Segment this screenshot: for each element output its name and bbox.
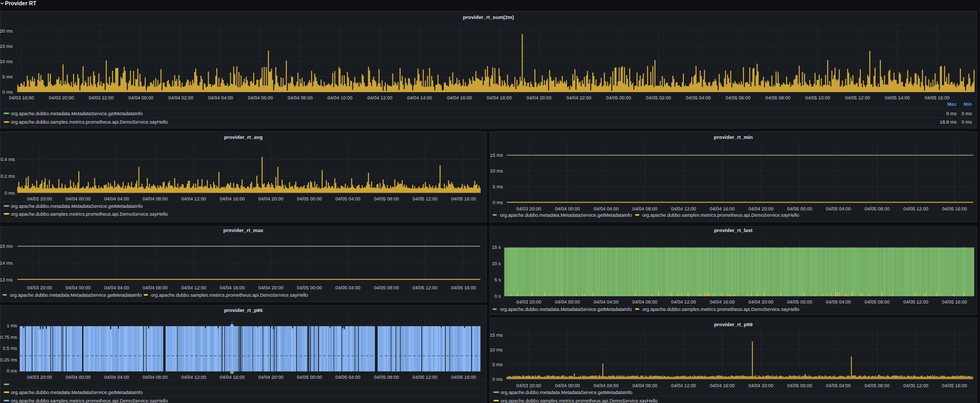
svg-text:04/05 12:00: 04/05 12:00 bbox=[412, 285, 438, 290]
svg-text:04/04 16:00: 04/04 16:00 bbox=[710, 383, 735, 388]
svg-text:04/05 16:00: 04/05 16:00 bbox=[451, 196, 476, 202]
svg-text:provider_rt_p95: provider_rt_p95 bbox=[224, 307, 263, 313]
svg-text:provider_rt_max: provider_rt_max bbox=[223, 227, 264, 233]
svg-text:04/04 22:00: 04/04 22:00 bbox=[566, 95, 591, 100]
svg-text:04/04 12:00: 04/04 12:00 bbox=[671, 383, 696, 388]
svg-text:04/04 06:00: 04/04 06:00 bbox=[248, 95, 273, 100]
svg-text:04/04 12:00: 04/04 12:00 bbox=[671, 299, 696, 305]
svg-text:04/05 04:00: 04/05 04:00 bbox=[335, 375, 361, 380]
svg-text:04/04 16:00: 04/04 16:00 bbox=[447, 95, 472, 100]
svg-text:Min: Min bbox=[964, 102, 972, 107]
svg-text:04/04 14:00: 04/04 14:00 bbox=[407, 95, 432, 100]
svg-text:04/04 20:00: 04/04 20:00 bbox=[748, 299, 774, 305]
svg-text:04/04 08:00: 04/04 08:00 bbox=[143, 285, 168, 290]
svg-text:10 s: 10 s bbox=[492, 261, 501, 266]
svg-text:04/04 00:00: 04/04 00:00 bbox=[555, 299, 580, 305]
svg-text:org.apache.dubbo.metadata.Meta: org.apache.dubbo.metadata.MetadataServic… bbox=[11, 111, 143, 116]
svg-text:04/05 06:00: 04/05 06:00 bbox=[726, 95, 751, 100]
svg-text:04/05 04:00: 04/05 04:00 bbox=[335, 196, 361, 202]
svg-text:04/05 00:00: 04/05 00:00 bbox=[606, 95, 631, 100]
svg-text:org.apache.dubbo.samples.metri: org.apache.dubbo.samples.metrics.prometh… bbox=[642, 307, 799, 312]
svg-text:org.apache.dubbo.metadata.Meta: org.apache.dubbo.metadata.MetadataServic… bbox=[11, 204, 143, 209]
svg-text:org.apache.dubbo.samples.metri: org.apache.dubbo.samples.metrics.prometh… bbox=[642, 213, 799, 218]
svg-text:04/05 12:00: 04/05 12:00 bbox=[903, 299, 928, 305]
svg-text:5 ms: 5 ms bbox=[492, 362, 503, 367]
svg-text:provider_rt_last: provider_rt_last bbox=[714, 227, 753, 233]
svg-text:04/05 08:00: 04/05 08:00 bbox=[865, 299, 890, 305]
svg-text:04/03 20:00: 04/03 20:00 bbox=[27, 285, 52, 290]
svg-text:04/04 20:00: 04/04 20:00 bbox=[258, 196, 283, 202]
svg-text:04/03 20:00: 04/03 20:00 bbox=[27, 196, 52, 202]
svg-text:04/04 12:00: 04/04 12:00 bbox=[181, 375, 206, 380]
svg-text:15 ms: 15 ms bbox=[0, 244, 13, 249]
svg-text:04/04 16:00: 04/04 16:00 bbox=[220, 196, 245, 202]
svg-text:org.apache.dubbo.metadata.Meta: org.apache.dubbo.metadata.MetadataServic… bbox=[501, 390, 632, 395]
svg-text:04/04 04:00: 04/04 04:00 bbox=[593, 206, 619, 211]
svg-text:0 ms: 0 ms bbox=[962, 111, 972, 116]
svg-text:04/04 16:00: 04/04 16:00 bbox=[710, 206, 735, 211]
svg-text:04/04 16:00: 04/04 16:00 bbox=[220, 285, 245, 290]
svg-text:04/05 16:00: 04/05 16:00 bbox=[942, 206, 967, 211]
svg-text:10 ms: 10 ms bbox=[490, 168, 503, 174]
svg-text:04/05 12:00: 04/05 12:00 bbox=[903, 383, 928, 388]
svg-text:04/04 20:00: 04/04 20:00 bbox=[527, 95, 552, 100]
svg-text:0 ms: 0 ms bbox=[2, 89, 13, 95]
svg-text:provider_rt_sum(2m): provider_rt_sum(2m) bbox=[463, 14, 514, 20]
svg-text:15 ms: 15 ms bbox=[0, 44, 13, 49]
svg-text:0 ms: 0 ms bbox=[492, 200, 503, 205]
svg-text:04/04 00:00: 04/04 00:00 bbox=[65, 285, 91, 290]
svg-text:Max: Max bbox=[947, 102, 957, 107]
svg-text:5 ms: 5 ms bbox=[492, 184, 503, 189]
svg-text:04/04 00:00: 04/04 00:00 bbox=[65, 196, 91, 202]
svg-text:04/04 04:00: 04/04 04:00 bbox=[593, 383, 619, 388]
svg-text:04/05 04:00: 04/05 04:00 bbox=[826, 383, 851, 388]
svg-text:04/04 20:00: 04/04 20:00 bbox=[258, 285, 283, 290]
svg-text:org.apache.dubbo.metadata.Meta: org.apache.dubbo.metadata.MetadataServic… bbox=[10, 293, 142, 298]
svg-text:Provider RT: Provider RT bbox=[5, 0, 36, 6]
svg-text:18.8 ms: 18.8 ms bbox=[939, 119, 957, 125]
svg-text:15 ms: 15 ms bbox=[490, 333, 503, 338]
svg-text:org.apache.dubbo.metadata.Meta: org.apache.dubbo.metadata.MetadataServic… bbox=[500, 213, 632, 218]
svg-text:04/04 18:00: 04/04 18:00 bbox=[487, 95, 512, 100]
svg-text:04/04 08:00: 04/04 08:00 bbox=[288, 95, 313, 100]
svg-text:04/04 00:00: 04/04 00:00 bbox=[65, 375, 91, 380]
svg-text:.: . bbox=[11, 382, 13, 387]
svg-text:04/05 08:00: 04/05 08:00 bbox=[374, 375, 399, 380]
svg-text:04/05 00:00: 04/05 00:00 bbox=[297, 285, 322, 290]
svg-text:04/05 16:00: 04/05 16:00 bbox=[942, 299, 967, 305]
svg-text:04/04 04:00: 04/04 04:00 bbox=[208, 95, 233, 100]
svg-text:org.apache.dubbo.metadata.Meta: org.apache.dubbo.metadata.MetadataServic… bbox=[11, 390, 143, 395]
svg-text:provider_rt_p99: provider_rt_p99 bbox=[714, 321, 753, 327]
svg-text:04/05 00:00: 04/05 00:00 bbox=[787, 383, 813, 388]
svg-text:14 ms: 14 ms bbox=[0, 260, 13, 266]
svg-text:04/04 04:00: 04/04 04:00 bbox=[104, 285, 130, 290]
svg-text:04/05 08:00: 04/05 08:00 bbox=[865, 206, 890, 211]
svg-text:org.apache.dubbo.samples.metri: org.apache.dubbo.samples.metrics.prometh… bbox=[501, 398, 658, 403]
svg-text:5 s: 5 s bbox=[494, 277, 501, 283]
svg-text:04/04 08:00: 04/04 08:00 bbox=[632, 383, 658, 388]
svg-text:5 ms: 5 ms bbox=[2, 74, 13, 79]
svg-text:provider_rt_avg: provider_rt_avg bbox=[224, 134, 262, 140]
svg-text:13 ms: 13 ms bbox=[0, 277, 13, 283]
svg-text:04/05 00:00: 04/05 00:00 bbox=[787, 206, 813, 211]
svg-text:04/05 14:00: 04/05 14:00 bbox=[885, 95, 910, 100]
svg-text:04/03 22:00: 04/03 22:00 bbox=[88, 95, 114, 100]
svg-text:15 s: 15 s bbox=[492, 245, 501, 250]
svg-text:04/04 00:00: 04/04 00:00 bbox=[128, 95, 154, 100]
svg-text:org.apache.dubbo.samples.metri: org.apache.dubbo.samples.metrics.prometh… bbox=[151, 293, 308, 298]
svg-text:04/04 02:00: 04/04 02:00 bbox=[168, 95, 193, 100]
svg-text:10 ms: 10 ms bbox=[490, 347, 503, 352]
svg-text:04/04 08:00: 04/04 08:00 bbox=[143, 375, 168, 380]
svg-text:04/04 04:00: 04/04 04:00 bbox=[104, 196, 130, 202]
svg-text:0 ms: 0 ms bbox=[962, 119, 972, 125]
svg-text:04/05 04:00: 04/05 04:00 bbox=[686, 95, 711, 100]
svg-text:04/04 12:00: 04/04 12:00 bbox=[671, 206, 696, 211]
svg-text:04/05 16:00: 04/05 16:00 bbox=[451, 285, 476, 290]
svg-text:04/04 20:00: 04/04 20:00 bbox=[258, 375, 283, 380]
svg-text:04/04 04:00: 04/04 04:00 bbox=[593, 299, 619, 305]
svg-text:04/05 12:00: 04/05 12:00 bbox=[903, 206, 928, 211]
svg-text:04/05 12:00: 04/05 12:00 bbox=[412, 375, 438, 380]
svg-text:0.4 ms: 0.4 ms bbox=[1, 157, 15, 162]
svg-text:1 ms: 1 ms bbox=[7, 323, 17, 328]
svg-text:04/05 00:00: 04/05 00:00 bbox=[297, 196, 322, 202]
